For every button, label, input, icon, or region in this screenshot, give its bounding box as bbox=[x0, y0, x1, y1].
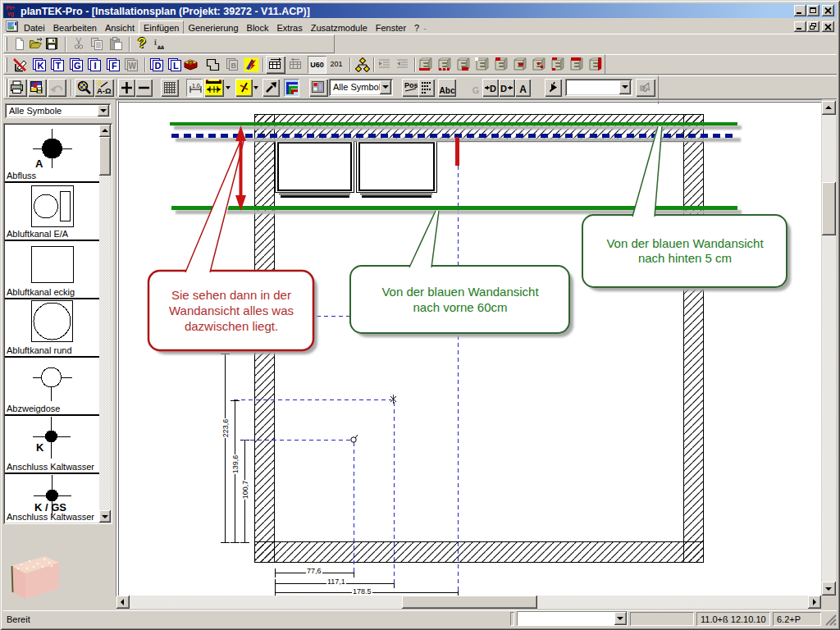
svg-text:I: I bbox=[94, 61, 97, 71]
svg-text:K: K bbox=[38, 61, 44, 71]
svg-text:W: W bbox=[129, 62, 137, 71]
svg-text:B: B bbox=[231, 62, 237, 70]
svg-text:A: A bbox=[35, 158, 43, 170]
svg-text:1.0: 1.0 bbox=[192, 83, 200, 89]
svg-text:G: G bbox=[74, 61, 81, 71]
svg-text:K: K bbox=[36, 441, 44, 454]
svg-text:i: i bbox=[154, 38, 157, 47]
svg-text:D: D bbox=[500, 84, 507, 94]
svg-text:A-Ω: A-Ω bbox=[97, 86, 112, 95]
svg-text:F: F bbox=[112, 61, 117, 71]
svg-text:Pos: Pos bbox=[404, 81, 418, 89]
svg-text:D: D bbox=[490, 84, 496, 94]
svg-text:D: D bbox=[155, 61, 162, 71]
svg-text:L: L bbox=[173, 61, 179, 71]
svg-text:T: T bbox=[56, 61, 62, 71]
